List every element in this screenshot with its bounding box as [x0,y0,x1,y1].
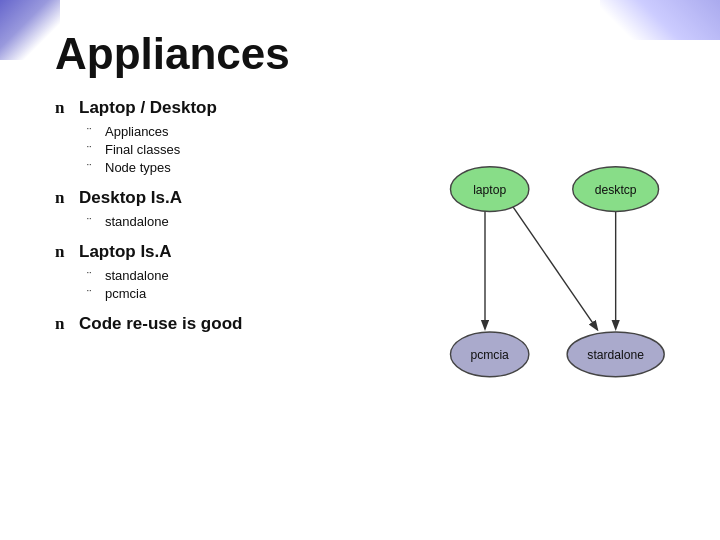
section1-title: Laptop / Desktop [79,98,217,118]
node-standalone-label: stardalone [587,348,644,362]
section3-subbullets: ¨ standalone ¨ pcmcia [87,268,415,302]
list-item: ¨ pcmcia [87,286,415,302]
node-laptop-label: laptop [473,183,506,197]
section-code-reuse: n Code re-use is good [55,314,415,334]
list-item: ¨ Node types [87,160,415,176]
sub-bullet-text: standalone [105,214,169,229]
section-laptop-desktop: n Laptop / Desktop ¨ Appliances ¨ Final … [55,98,415,176]
sub-bullet-marker: ¨ [87,125,99,140]
diagram-svg: laptop desktcp pcmcia stardalone [415,125,695,425]
sub-bullet-text: pcmcia [105,286,146,301]
main-content: Appliances n Laptop / Desktop ¨ Applianc… [0,0,720,540]
section-desktop-isa: n Desktop Is.A ¨ standalone [55,188,415,230]
list-item: ¨ standalone [87,214,415,230]
bullet-n-1: n [55,98,71,118]
section4-title: Code re-use is good [79,314,242,334]
sub-bullet-marker: ¨ [87,215,99,230]
bullet-n-3: n [55,242,71,262]
edge-laptop-standalone [513,207,597,329]
left-panel: Appliances n Laptop / Desktop ¨ Applianc… [55,30,415,520]
section2-subbullets: ¨ standalone [87,214,415,230]
section3-title: Laptop Is.A [79,242,172,262]
bullet-n-2: n [55,188,71,208]
node-pcmcia-label: pcmcia [470,348,509,362]
node-desktop-label: desktcp [595,183,637,197]
sub-bullet-text: Node types [105,160,171,175]
list-item: ¨ Appliances [87,124,415,140]
section1-subbullets: ¨ Appliances ¨ Final classes ¨ Node type… [87,124,415,176]
sub-bullet-marker: ¨ [87,287,99,302]
sub-bullet-text: standalone [105,268,169,283]
sub-bullet-text: Final classes [105,142,180,157]
right-panel: laptop desktcp pcmcia stardalone [415,30,695,520]
page-title: Appliances [55,30,415,78]
bullet-n-4: n [55,314,71,334]
sub-bullet-text: Appliances [105,124,169,139]
sub-bullet-marker: ¨ [87,161,99,176]
sub-bullet-marker: ¨ [87,269,99,284]
section2-title: Desktop Is.A [79,188,182,208]
section-laptop-isa: n Laptop Is.A ¨ standalone ¨ pcmcia [55,242,415,302]
list-item: ¨ Final classes [87,142,415,158]
sub-bullet-marker: ¨ [87,143,99,158]
list-item: ¨ standalone [87,268,415,284]
